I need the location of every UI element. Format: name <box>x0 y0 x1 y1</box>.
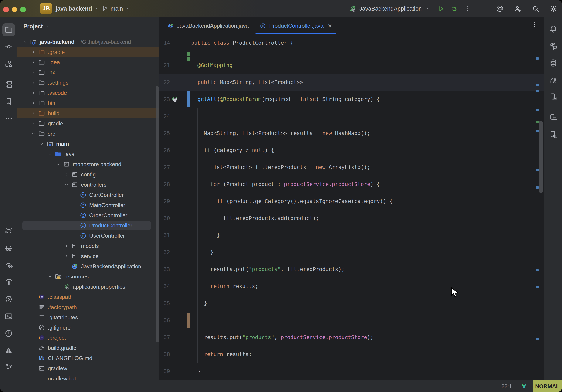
chevron-right-icon[interactable] <box>29 60 38 65</box>
tree-item-cartcontroller[interactable]: CCartController <box>17 190 159 200</box>
tree-item-main[interactable]: main <box>17 139 159 149</box>
tool-device-explorer[interactable] <box>547 128 560 141</box>
chevron-right-icon[interactable] <box>62 244 71 248</box>
tool-commit[interactable] <box>2 40 15 53</box>
code-line-28[interactable]: 28for (Product product : productService.… <box>159 176 544 193</box>
tool-project[interactable] <box>2 24 15 36</box>
search-everywhere-icon[interactable] <box>532 5 539 12</box>
code-line-30[interactable]: 30filteredProducts.add(product); <box>159 210 544 227</box>
tool-database[interactable] <box>547 57 560 69</box>
code-with-me-icon[interactable] <box>514 5 522 12</box>
tree-item-changelog-md[interactable]: M↓CHANGELOG.md <box>17 353 159 363</box>
chevron-right-icon[interactable] <box>29 111 38 116</box>
tree-item--project[interactable]: .project <box>17 333 159 343</box>
tool-ai-cat[interactable] <box>2 225 15 238</box>
code-line-37[interactable]: 37results.put("products", productService… <box>159 329 544 346</box>
tree-item-javabackendapplication[interactable]: JavaBackendApplication <box>17 261 159 272</box>
code-line-33[interactable]: 33results.put("products", filteredProduc… <box>159 261 544 278</box>
tree-item-java-backend[interactable]: java-backend~/Github/java-backend <box>17 37 159 47</box>
code-line-29[interactable]: 29if (product.getCategory().equalsIgnore… <box>159 193 544 210</box>
tree-item-ordercontroller[interactable]: COrderController <box>17 210 159 220</box>
tool-bookmarks[interactable] <box>2 95 15 108</box>
project-tree-scrollbar[interactable] <box>156 86 159 342</box>
tool-incognito[interactable] <box>2 242 15 255</box>
tree-item-resources[interactable]: resources <box>17 272 159 282</box>
tree-item-gradlew-bat[interactable]: gradlew.bat <box>17 373 159 380</box>
tree-item-gradle[interactable]: gradle <box>17 119 159 129</box>
chevron-right-icon[interactable] <box>62 172 71 177</box>
tab-javabackendapplication-java[interactable]: JavaBackendApplication.java <box>162 17 254 34</box>
tool-gradle[interactable] <box>547 73 560 86</box>
debug-button[interactable] <box>451 5 458 12</box>
tool-more-tool-windows[interactable] <box>2 112 15 125</box>
tool-notifications[interactable] <box>547 23 560 35</box>
tree-item-monostore-backend[interactable]: monostore.backend <box>17 159 159 169</box>
code-line-21[interactable]: 21@GetMapping <box>159 57 544 74</box>
code-line-22[interactable]: 22public Map<String, List<Product>> <box>159 74 544 91</box>
editor-more-icon[interactable] <box>531 21 538 28</box>
project-view-selector[interactable]: Project <box>23 21 50 32</box>
chevron-down-icon[interactable] <box>54 162 63 167</box>
tool-hierarchy[interactable] <box>2 78 15 91</box>
code-line-32[interactable]: 32} <box>159 244 544 261</box>
tool-running-devices[interactable] <box>547 91 560 103</box>
code-line-25[interactable]: 25Map<String, List<Product>> results = n… <box>159 125 544 142</box>
tree-item--gitattributes[interactable]: .gitattributes <box>17 312 159 322</box>
settings-icon[interactable] <box>550 5 557 12</box>
chevron-right-icon[interactable] <box>29 80 38 85</box>
tree-item-gradlew[interactable]: gradlew <box>17 363 159 373</box>
tree-item-maincontroller[interactable]: CMainController <box>17 200 159 210</box>
tool-terminal[interactable] <box>2 310 15 323</box>
caret-position[interactable]: 22:1 <box>502 383 512 390</box>
tree-item-build[interactable]: build <box>17 108 159 119</box>
chevron-right-icon[interactable] <box>29 50 38 54</box>
tree-item-java[interactable]: java <box>17 149 159 159</box>
branch-widget[interactable]: main <box>102 0 131 17</box>
tree-item--factorypath[interactable]: .factorypath <box>17 302 159 312</box>
code-line-39[interactable]: 39} <box>159 363 544 380</box>
code-line-34[interactable]: 34return results; <box>159 278 544 295</box>
tree-item-models[interactable]: models <box>17 241 159 251</box>
chevron-right-icon[interactable] <box>29 91 38 95</box>
tool-problems[interactable] <box>2 327 15 340</box>
tool-warnings[interactable] <box>2 344 15 357</box>
tool-profiler[interactable] <box>2 259 15 272</box>
tree-item-bin[interactable]: bin <box>17 98 159 108</box>
tab-productcontroller-java[interactable]: CProductController.java✕ <box>254 17 338 34</box>
minimize-window-button[interactable] <box>12 7 17 12</box>
chevron-down-icon[interactable] <box>45 274 55 279</box>
code-line-24[interactable]: 24 <box>159 108 544 125</box>
tool-structure[interactable] <box>2 57 15 70</box>
vim-mode-badge[interactable]: NORMAL <box>533 380 562 392</box>
tool-device-mirror[interactable] <box>547 111 560 124</box>
tree-item-productcontroller[interactable]: CProductController <box>17 220 159 231</box>
code-line-31[interactable]: 31} <box>159 227 544 244</box>
chevron-right-icon[interactable] <box>29 70 38 75</box>
code-line-38[interactable]: 38return results; <box>159 346 544 363</box>
chevron-right-icon[interactable] <box>62 254 71 259</box>
close-tab-icon[interactable]: ✕ <box>328 23 332 29</box>
code-line-35[interactable]: 35} <box>159 295 544 312</box>
close-window-button[interactable] <box>3 7 9 12</box>
tree-item-application-properties[interactable]: application.properties <box>17 282 159 292</box>
more-actions-icon[interactable] <box>464 5 471 12</box>
code-line-27[interactable]: 27List<Product> filteredProducts = new A… <box>159 159 544 176</box>
chevron-down-icon[interactable] <box>37 142 46 146</box>
tool-version-control[interactable] <box>2 361 15 374</box>
chevron-right-icon[interactable] <box>29 101 38 106</box>
tree-item--nx[interactable]: .nx <box>17 67 159 78</box>
chevron-down-icon[interactable] <box>62 182 71 187</box>
tree-item--classpath[interactable]: .classpath <box>17 292 159 302</box>
zoom-window-button[interactable] <box>20 7 26 12</box>
rest-endpoint-icon[interactable] <box>171 95 178 103</box>
tool-build[interactable] <box>2 276 15 289</box>
code-line-26[interactable]: 26if (category ≠ null) { <box>159 142 544 159</box>
tree-item-service[interactable]: service <box>17 251 159 261</box>
ai-assistant-icon[interactable] <box>496 5 504 12</box>
tree-item-usercontroller[interactable]: CUserController <box>17 231 159 241</box>
tree-item-config[interactable]: config <box>17 169 159 180</box>
tree-item--idea[interactable]: .idea <box>17 57 159 67</box>
chevron-down-icon[interactable] <box>20 39 30 44</box>
tree-item--settings[interactable]: .settings <box>17 78 159 88</box>
tool-services[interactable] <box>2 293 15 306</box>
